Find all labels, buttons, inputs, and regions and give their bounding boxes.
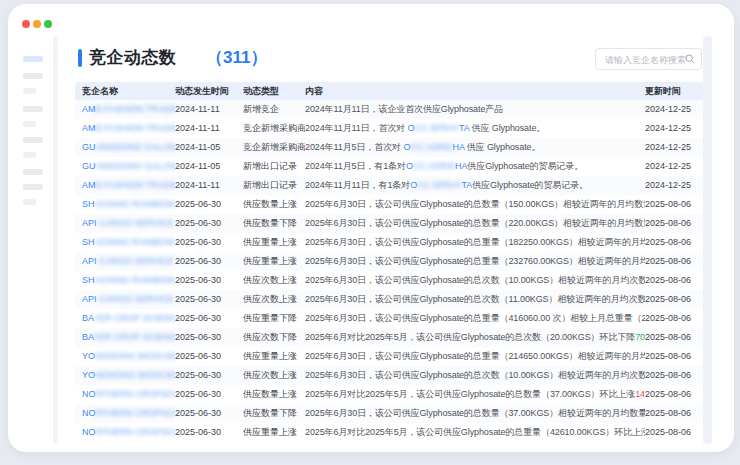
window-body: 竞企动态数 （311） 竞企名称动态发生时间动态类型内容更新时间 AMB FAS… [8,36,734,450]
dynamic-type: 供应次数下降 [243,328,305,347]
window-close-button[interactable] [22,20,30,28]
update-time: 2025-08-06 [645,271,696,290]
sidebar-item[interactable] [23,199,36,205]
update-time: 2025-08-06 [645,252,696,271]
table-row[interactable]: GUANGDONG GALANZ VAC...2024-11-05新增出口记录2… [75,157,703,176]
column-header: 更新时间 [645,85,696,98]
company-name-link[interactable]: BAYER CROP SCIENCE LP [82,309,175,328]
sidebar-item[interactable] [23,121,36,127]
search-box[interactable] [595,48,702,70]
table-row[interactable]: NORTHERN CROPSCIENCE...2025-06-30供应重量上涨2… [75,423,703,442]
company-name-link[interactable]: NORTHERN CROPSCIENCE... [82,423,175,442]
dynamic-date: 2025-06-30 [175,214,243,233]
company-name-link[interactable]: API CARGO SERVICE CO... [82,214,175,233]
table-row[interactable]: YONGNONG BIOSCIENES...2025-06-30供应重量上涨20… [75,347,703,366]
update-time: 2025-08-06 [645,385,696,404]
dynamic-type: 供应数量下降 [243,404,305,423]
table-row[interactable]: NORTHERN CROPSCIENCE...2025-06-30供应数量上涨2… [75,385,703,404]
update-time: 2025-08-06 [645,214,696,233]
table-row[interactable]: API CARGO SERVICE CO...2025-06-30供应次数上涨2… [75,290,703,309]
company-name-link[interactable]: YONGNONG BIOSCIENES... [82,366,175,385]
sidebar-item[interactable] [23,137,43,143]
sidebar-item[interactable] [23,106,43,112]
sidebar-item[interactable] [23,73,43,79]
dynamic-type: 供应重量上涨 [243,423,305,442]
main-content: 竞企动态数 （311） 竞企名称动态发生时间动态类型内容更新时间 AMB FAS… [58,36,703,450]
company-name-link[interactable]: AMB FASHION TRADING G... [82,100,175,119]
company-name-link[interactable]: API CARGO SERVICE CO... [82,290,175,309]
table-row[interactable]: SHAOXING RAINBOW AGR...2025-06-30供应重量上涨2… [75,233,703,252]
dynamic-content: 2024年11月11日，首次对 OCC SPRAYTA 供应 Glyphosat… [305,119,645,138]
table-row[interactable]: SHAOXING RAINBOW AGR...2025-06-30供应次数上涨2… [75,271,703,290]
window-minimize-button[interactable] [33,20,41,28]
window-titlebar [8,4,734,36]
company-name-link[interactable]: BAYER CROP SCIENCE LP [82,328,175,347]
table-row[interactable]: API CARGO SERVICE CO...2025-06-30供应数量下降2… [75,214,703,233]
sidebar-item[interactable] [23,184,43,190]
scrollbar-gutter[interactable] [703,36,712,444]
dynamic-content: 2025年6月对比2025年5月，该公司供应Glyphosate的总次数（20.… [305,328,645,347]
sidebar-item-selected[interactable] [23,56,43,62]
dynamic-date: 2025-06-30 [175,195,243,214]
search-input[interactable] [603,50,689,70]
table-row[interactable]: AMB FASHION TRADING G...2024-11-11新增竞企20… [75,100,703,119]
record-count: （311） [206,46,267,69]
company-name-link[interactable]: SHAOXING RAINBOW AGR... [82,271,175,290]
dynamic-type: 供应重量下降 [243,309,305,328]
table-row[interactable]: AMB FASHION TRADING G...2024-11-11新增出口记录… [75,176,703,195]
table-row[interactable]: SHAOXING RAINBOW AGR...2025-06-30供应数量上涨2… [75,195,703,214]
page-header: 竞企动态数 （311） [58,36,703,80]
update-time: 2024-12-25 [645,176,696,195]
dynamic-date: 2025-06-30 [175,309,243,328]
table-body: AMB FASHION TRADING G...2024-11-11新增竞企20… [75,100,703,442]
company-name-link[interactable]: AMB FASHION TRADING G... [82,176,175,195]
company-name-link[interactable]: API CARGO SERVICE CO... [82,252,175,271]
dynamic-type: 供应次数上涨 [243,271,305,290]
table-row[interactable]: API CARGO SERVICE CO...2025-06-30供应重量上涨2… [75,252,703,271]
update-time: 2025-08-06 [645,328,696,347]
table-row[interactable]: BAYER CROP SCIENCE LP2025-06-30供应次数下降202… [75,328,703,347]
company-name-link[interactable]: NORTHERN CROPSCIENCE... [82,404,175,423]
table-header-row: 竞企名称动态发生时间动态类型内容更新时间 [75,82,703,100]
dynamic-date: 2024-11-05 [175,157,243,176]
table-row[interactable]: BAYER CROP SCIENCE LP2025-06-30供应重量下降202… [75,309,703,328]
company-name-link[interactable]: AMB FASHION TRADING G... [82,119,175,138]
dynamic-type: 供应数量下降 [243,214,305,233]
table-row[interactable]: YONGNONG BIOSCIENES...2025-06-30供应次数上涨20… [75,366,703,385]
dynamic-content: 2025年6月30日，该公司供应Glyphosate的总次数（11.00KGS）… [305,290,645,309]
dynamic-type: 供应数量上涨 [243,385,305,404]
company-name-link[interactable]: SHAOXING RAINBOW AGR... [82,195,175,214]
company-name-link[interactable]: YONGNONG BIOSCIENES... [82,347,175,366]
dynamic-type: 供应次数上涨 [243,290,305,309]
dynamic-type: 新增出口记录 [243,176,305,195]
sidebar-item[interactable] [23,152,36,158]
column-header: 动态发生时间 [175,85,243,98]
sidebar-skeleton [23,56,53,205]
page-title: 竞企动态数 [89,46,177,69]
company-name-link[interactable]: GUANGDONG GALANZ VAC... [82,138,175,157]
dynamic-date: 2025-06-30 [175,233,243,252]
table-row[interactable]: GUANGDONG GALANZ VAC...2024-11-05竞企新增采购商… [75,138,703,157]
dynamic-type: 新增出口记录 [243,157,305,176]
company-name-link[interactable]: SHAOXING RAINBOW AGR... [82,233,175,252]
dynamic-type: 竞企新增采购商 [243,119,305,138]
update-time: 2025-08-06 [645,423,696,442]
dynamic-date: 2024-11-11 [175,100,243,119]
window-zoom-button[interactable] [44,20,52,28]
table-row[interactable]: NORTHERN CROPSCIENCE...2025-06-30供应数量下降2… [75,404,703,423]
column-header: 动态类型 [243,85,305,98]
dynamic-content: 2024年11月11日，有1条对OCC SPRAYTA供应Glyphosate的… [305,176,645,195]
table-row[interactable]: AMB FASHION TRADING G...2024-11-11竞企新增采购… [75,119,703,138]
dynamic-date: 2024-11-05 [175,138,243,157]
dynamic-date: 2024-11-11 [175,119,243,138]
sidebar-item[interactable] [23,169,43,175]
company-name-link[interactable]: GUANGDONG GALANZ VAC... [82,157,175,176]
dynamic-content: 2024年11月11日，该企业首次供应Glyphosate产品 [305,100,645,119]
column-header: 内容 [305,85,645,98]
dynamic-type: 供应次数上涨 [243,366,305,385]
update-time: 2025-08-06 [645,347,696,366]
company-name-link[interactable]: NORTHERN CROPSCIENCE... [82,385,175,404]
dynamic-type: 新增竞企 [243,100,305,119]
sidebar-item[interactable] [23,88,36,94]
search-icon[interactable] [685,54,695,64]
